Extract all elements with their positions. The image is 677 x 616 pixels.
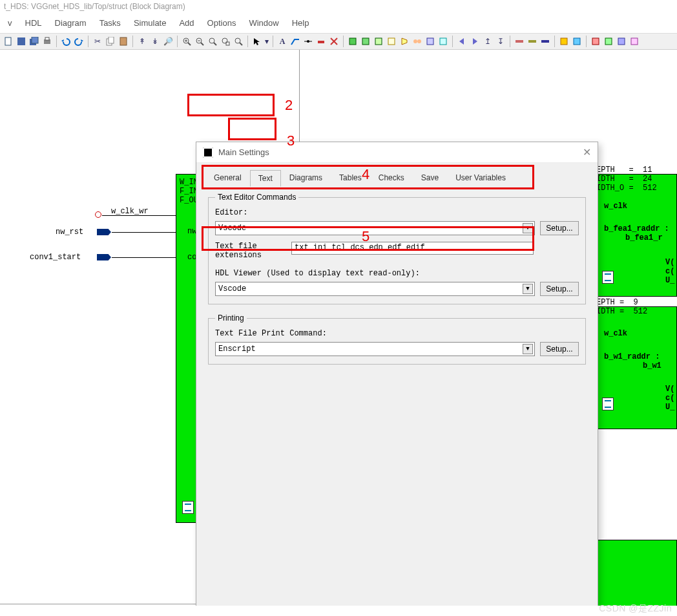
saveall-icon[interactable] <box>28 36 40 47</box>
undo-icon[interactable] <box>60 36 72 47</box>
zoom-out-icon[interactable] <box>194 36 205 47</box>
misc1-icon[interactable] <box>386 36 397 47</box>
new-icon[interactable] <box>3 36 14 47</box>
r1-v: V( <box>665 258 674 267</box>
tab-save[interactable]: Save <box>413 169 447 186</box>
r1-widtho: IDTH_O = 512 <box>596 184 657 193</box>
tab-general[interactable]: General <box>205 169 250 186</box>
dialog-titlebar[interactable]: Main Settings ✕ <box>196 142 598 163</box>
up2-icon[interactable]: ↥ <box>482 36 494 47</box>
menu-diagram[interactable]: Diagram <box>48 16 93 30</box>
chevron-down-icon[interactable]: ▼ <box>523 284 533 294</box>
up-icon[interactable]: ↟ <box>136 36 148 47</box>
copy-icon[interactable] <box>105 36 116 47</box>
r1-width: IDTH = 24 <box>596 175 652 184</box>
zoom-fit-icon[interactable] <box>207 36 218 47</box>
dropdown-icon[interactable]: ▾ <box>264 36 269 47</box>
misc5-icon[interactable] <box>526 36 538 47</box>
chevron-down-icon[interactable]: ▼ <box>523 344 533 354</box>
down2-icon[interactable]: ↧ <box>495 36 506 47</box>
menu-simulate[interactable]: Simulate <box>127 16 173 30</box>
tab-uservars[interactable]: User Variables <box>447 169 514 186</box>
port-in-icon-2 <box>97 254 111 260</box>
cut-icon[interactable]: ✂ <box>92 36 103 47</box>
port-in-icon-1 <box>97 229 111 235</box>
tool-cut-icon[interactable] <box>328 36 340 47</box>
find-icon[interactable]: 🔎 <box>162 36 174 47</box>
zoom-all-icon[interactable] <box>233 36 244 47</box>
block-icon[interactable] <box>347 36 359 47</box>
menu-hdl[interactable]: HDL <box>19 16 48 30</box>
annot-2: 2 <box>285 97 293 114</box>
tab-text[interactable]: Text <box>250 170 281 187</box>
r1-depth: EPTH = 11 <box>596 165 652 175</box>
editor-combo[interactable]: Vscode ▼ <box>215 221 535 235</box>
misc7-icon[interactable] <box>558 36 570 47</box>
paste-icon[interactable] <box>118 36 129 47</box>
chevron-down-icon[interactable]: ▼ <box>523 223 533 233</box>
mux-icon[interactable] <box>399 36 410 47</box>
diagram-canvas[interactable]: W_IN F_IN F_OU nw co w_clk_wr nw_rst con… <box>0 50 677 606</box>
right-icon[interactable] <box>469 36 481 47</box>
close-icon[interactable]: ✕ <box>583 146 591 158</box>
block2-icon[interactable] <box>360 36 371 47</box>
text-icon[interactable]: A <box>276 36 288 47</box>
doc-icon-r1[interactable] <box>602 271 614 284</box>
hdlviewer-setup-button[interactable]: Setup... <box>540 282 579 296</box>
group-printing: Printing Text File Print Command: Enscri… <box>208 313 586 365</box>
menu-window[interactable]: Window <box>242 16 285 30</box>
wire1 <box>102 215 176 216</box>
block-right-2[interactable] <box>592 306 677 429</box>
pointer-icon[interactable] <box>251 36 263 47</box>
connect-icon[interactable] <box>302 36 314 47</box>
down-icon[interactable]: ↡ <box>149 36 161 47</box>
misc11-icon[interactable] <box>616 36 627 47</box>
component-icon[interactable] <box>373 36 384 47</box>
save-icon[interactable] <box>16 36 27 47</box>
svg-rect-42 <box>618 38 625 45</box>
printcmd-combo[interactable]: Enscript ▼ <box>215 342 535 356</box>
svg-rect-27 <box>349 38 356 45</box>
misc4-icon[interactable] <box>514 36 525 47</box>
r2-l2: b_w1 <box>643 361 661 370</box>
redo-icon[interactable] <box>73 36 85 47</box>
printcmd-setup-button[interactable]: Setup... <box>540 342 579 356</box>
tool-red-icon[interactable] <box>315 36 327 47</box>
r2-width: IDTH = 512 <box>596 307 647 316</box>
zoom-in-icon[interactable] <box>181 36 193 47</box>
printcmd-label: Text File Print Command: <box>215 329 579 338</box>
doc-icon[interactable] <box>182 501 194 514</box>
hdlviewer-combo[interactable]: Vscode ▼ <box>215 282 535 296</box>
doc-icon-r2[interactable] <box>602 398 614 410</box>
menu-options[interactable]: Options <box>201 16 243 30</box>
print-icon[interactable] <box>41 36 53 47</box>
misc9-icon[interactable] <box>590 36 601 47</box>
main-settings-dialog: Main Settings ✕ General Text Diagrams Ta… <box>196 142 598 606</box>
misc8-icon[interactable] <box>571 36 583 47</box>
wire-icon[interactable] <box>289 36 301 47</box>
svg-rect-40 <box>592 38 599 45</box>
misc10-icon[interactable] <box>603 36 614 47</box>
misc12-icon[interactable] <box>629 36 640 47</box>
textfileext-input[interactable]: txt ini tcl dcs edn edf edif <box>291 242 534 255</box>
misc2-icon[interactable] <box>424 36 436 47</box>
misc6-icon[interactable] <box>539 36 551 47</box>
port-circle-icon <box>95 211 101 218</box>
fsm-icon[interactable] <box>411 36 423 47</box>
left-icon[interactable] <box>456 36 468 47</box>
editor-setup-button[interactable]: Setup... <box>540 221 579 235</box>
misc3-icon[interactable] <box>437 36 449 47</box>
label-wclkwr: w_clk_wr <box>111 207 149 216</box>
block-right-3[interactable] <box>592 540 677 606</box>
menu-v[interactable]: v <box>1 16 19 30</box>
svg-rect-33 <box>427 38 433 45</box>
menu-add[interactable]: Add <box>172 16 200 30</box>
svg-rect-29 <box>375 38 382 45</box>
menu-tasks[interactable]: Tasks <box>93 16 127 30</box>
tab-diagrams[interactable]: Diagrams <box>281 169 331 186</box>
tab-checks[interactable]: Checks <box>370 169 413 186</box>
svg-point-31 <box>413 39 417 43</box>
window-title: t_HDS: VGGnet_HDS_lib/Top/struct (Block … <box>0 0 677 13</box>
zoom-sel-icon[interactable] <box>220 36 231 47</box>
menu-help[interactable]: Help <box>286 16 316 30</box>
